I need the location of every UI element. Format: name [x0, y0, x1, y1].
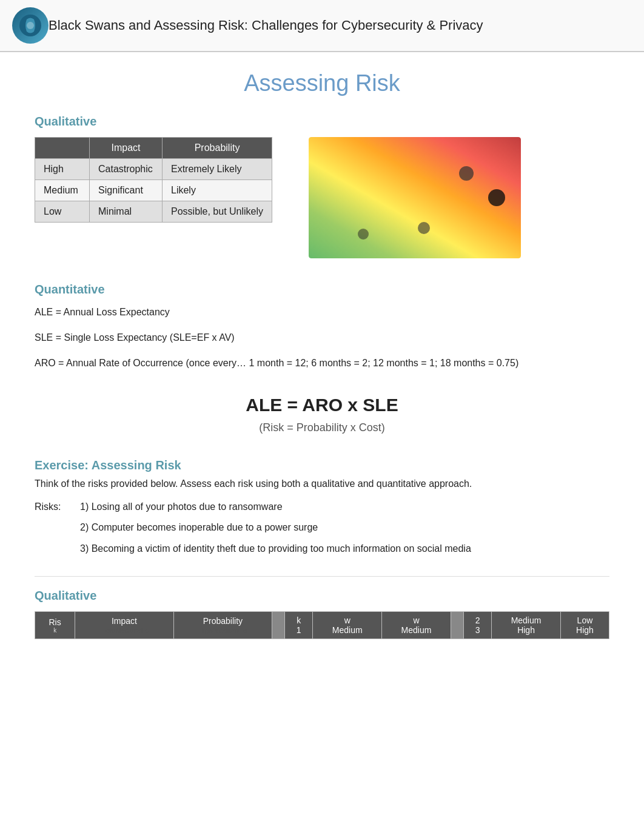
impact-minimal: Minimal [90, 201, 163, 223]
header: Black Swans and Assessing Risk: Challeng… [0, 0, 644, 52]
svg-point-5 [358, 229, 369, 240]
prob-possible: Possible, but Unlikely [163, 201, 272, 223]
exercise-heading: Exercise: Assessing Risk [35, 458, 609, 472]
risk-item-1: 1) Losing all of your photos due to rans… [80, 498, 609, 516]
bottom-col-r1impact: wMedium [313, 612, 382, 639]
qualitative-section: Qualitative Impact Probability High Cata… [35, 115, 609, 258]
quantitative-heading: Quantitative [35, 283, 609, 297]
bottom-qualitative-heading: Qualitative [35, 589, 609, 603]
risks-list: Risks: 1) Losing all of your photos due … [35, 498, 609, 558]
col-header-probability: Probability [163, 138, 272, 159]
prob-likely: Likely [163, 180, 272, 201]
bottom-col-r2impact: MediumHigh [492, 612, 561, 639]
risks-label: Risks: [35, 498, 80, 516]
risks-spacer-3 [35, 540, 80, 558]
exercise-section: Exercise: Assessing Risk Think of the ri… [35, 458, 609, 558]
prob-extremely-likely: Extremely Likely [163, 159, 272, 180]
bottom-col-spacer2 [451, 612, 463, 639]
col-header-impact: Impact [90, 138, 163, 159]
risk-item-2: 2) Computer becomes inoperable due to a … [80, 518, 609, 537]
divider [35, 576, 609, 577]
risks-row-2: 2) Computer becomes inoperable due to a … [35, 518, 609, 537]
bottom-col-r1num: k1 [285, 612, 313, 639]
risks-row-3: 3) Becoming a victim of identity theft d… [35, 540, 609, 558]
bottom-col-r1prob: wMedium [382, 612, 451, 639]
svg-point-2 [459, 166, 474, 181]
table-row: Medium Significant Likely [35, 180, 272, 201]
bottom-col-r2num: 23 [463, 612, 491, 639]
impact-catastrophic: Catastrophic [90, 159, 163, 180]
likelihood-medium: Medium [35, 180, 90, 201]
ale-sub-formula: (Risk = Probability x Cost) [35, 421, 609, 434]
sle-definition: SLE = Single Loss Expectancy (SLE=EF x A… [35, 330, 609, 345]
bottom-col-impact: ImpactHigh/Medium/Lo [75, 612, 173, 639]
risks-spacer-2 [35, 518, 80, 537]
qualitative-heading: Qualitative [35, 115, 609, 129]
bottom-qualitative-table: Risk ImpactHigh/Medium/Lo ProbabilityHig… [35, 611, 609, 639]
col-header-likelihood [35, 138, 90, 159]
table-row: Low Minimal Possible, but Unlikely [35, 201, 272, 223]
risk-matrix-image [309, 137, 521, 258]
svg-point-3 [488, 189, 505, 206]
svg-point-1 [27, 22, 34, 29]
risk-matrix-svg [309, 137, 521, 258]
qualitative-table: Impact Probability High Catastrophic Ext… [35, 137, 272, 223]
ale-formula: ALE = ARO x SLE [35, 395, 609, 415]
likelihood-high: High [35, 159, 90, 180]
ale-definition: ALE = Annual Loss Expectancy [35, 305, 609, 320]
qualitative-content: Impact Probability High Catastrophic Ext… [35, 137, 609, 258]
risks-row-label: Risks: 1) Losing all of your photos due … [35, 498, 609, 516]
svg-point-4 [418, 222, 430, 234]
bottom-col-risk: Risk [35, 612, 75, 639]
header-title: Black Swans and Assessing Risk: Challeng… [49, 18, 483, 33]
quantitative-section: Quantitative ALE = Annual Loss Expectanc… [35, 283, 609, 371]
bottom-col-r2prob: LowHigh [560, 612, 609, 639]
impact-significant: Significant [90, 180, 163, 201]
likelihood-low: Low [35, 201, 90, 223]
table-row: High Catastrophic Extremely Likely [35, 159, 272, 180]
header-logo [12, 7, 49, 44]
aro-definition: ARO = Annual Rate of Occurrence (once ev… [35, 356, 609, 371]
exercise-description: Think of the risks provided below. Asses… [35, 478, 609, 489]
bottom-col-spacer1 [272, 612, 285, 639]
ale-formula-section: ALE = ARO x SLE (Risk = Probability x Co… [35, 395, 609, 434]
bottom-col-probability: ProbabilityHigh/Medium/Lo [173, 612, 272, 639]
risk-item-3: 3) Becoming a victim of identity theft d… [80, 540, 609, 558]
bottom-qualitative-section: Qualitative Risk ImpactHigh/Medium/Lo Pr… [35, 589, 609, 639]
page-title: Assessing Risk [35, 70, 609, 96]
main-content: Assessing Risk Qualitative Impact Probab… [0, 52, 644, 657]
